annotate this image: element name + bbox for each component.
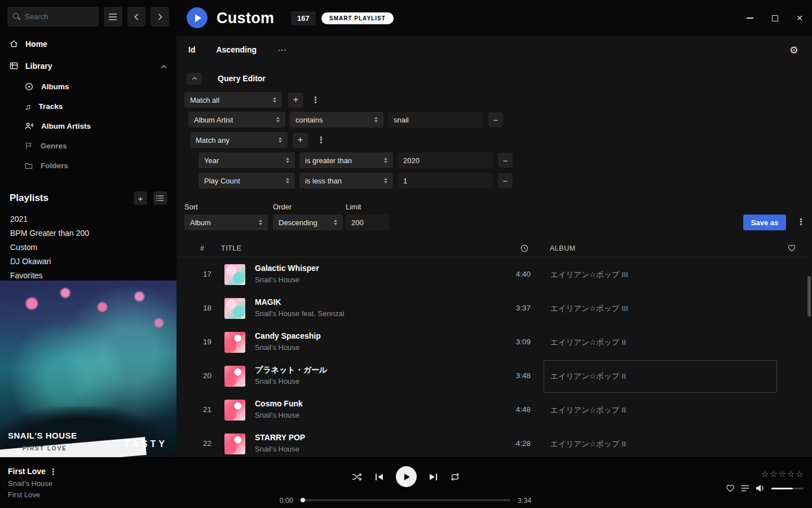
close-button[interactable]: ✕ (787, 0, 812, 36)
rule-operator-select[interactable]: contains (290, 112, 383, 128)
rule-operator-select[interactable]: is greater than (299, 152, 393, 168)
playlist-list-button[interactable] (153, 191, 167, 205)
collapse-library-button[interactable] (161, 62, 167, 71)
album-cell[interactable]: エイリアン☆ポップ II (544, 394, 777, 427)
next-button[interactable] (429, 473, 438, 481)
scrollbar-thumb[interactable] (807, 276, 811, 317)
sort-select[interactable]: Album (184, 214, 268, 230)
playlist-label: 2021 (10, 214, 28, 224)
rule-field-select[interactable]: Play Count (198, 173, 295, 189)
sort-direction-button[interactable]: Ascending (216, 45, 257, 54)
search-box[interactable] (7, 7, 99, 27)
star-icon[interactable]: ☆ (787, 469, 795, 479)
next-icon (429, 473, 438, 481)
track-title: Galactic Whisper (255, 264, 319, 273)
volume-slider[interactable] (771, 488, 804, 489)
sidebar-item-albums[interactable]: Albums (0, 77, 176, 97)
rule-field-select[interactable]: Album Artist (188, 112, 285, 128)
playlist-item[interactable]: BPM Greater than 200 (0, 226, 176, 240)
group-menu-icon[interactable]: ⋮ (310, 95, 321, 105)
nested-group-menu-icon[interactable]: ⋮ (315, 135, 327, 145)
sidebar-item-genres[interactable]: Genres (0, 136, 176, 156)
table-row[interactable]: 18 MAGIK Snail's House feat. Sennzai 3:3… (176, 292, 806, 326)
track-number: 21 (198, 405, 211, 414)
table-row[interactable]: 21 Cosmo Funk Snail's House 4:48 エイリアン☆ポ… (176, 393, 806, 427)
updown-arrows-icon (268, 97, 276, 103)
playlist-item[interactable]: 2021 (0, 212, 176, 226)
minimize-button[interactable] (738, 0, 762, 36)
match-mode-select[interactable]: Match all (184, 92, 282, 108)
star-icon[interactable]: ☆ (796, 469, 804, 479)
rule-value-input[interactable] (388, 112, 483, 128)
favorite-button[interactable] (726, 484, 735, 492)
playlist-item[interactable]: DJ Okawari (0, 254, 176, 268)
add-nested-rule-button[interactable]: + (293, 133, 308, 148)
star-icon[interactable]: ☆ (770, 469, 777, 479)
column-title[interactable]: TITLE (221, 244, 242, 252)
nested-match-mode-value: Match any (196, 136, 230, 144)
nested-match-mode-select[interactable]: Match any (190, 132, 288, 148)
add-rule-button[interactable]: + (288, 93, 303, 108)
rule-field-select[interactable]: Year (198, 152, 295, 168)
rule-value-input[interactable] (398, 152, 493, 168)
album-cell[interactable]: エイリアン☆ポップ III (544, 259, 777, 291)
table-row[interactable]: 17 Galactic Whisper Snail's House 4:40 エ… (176, 258, 806, 292)
now-playing-menu-icon[interactable]: ⋮ (47, 467, 59, 477)
column-index[interactable]: # (200, 244, 204, 252)
table-row[interactable]: 20 プラネット・ガール Snail's House 3:48 エイリアン☆ポッ… (176, 360, 806, 393)
menu-button[interactable] (104, 7, 122, 27)
volume-button[interactable] (756, 484, 765, 492)
sidebar-item-album-artists[interactable]: Album Artists (0, 116, 176, 136)
remove-rule-button[interactable]: − (498, 153, 513, 168)
column-favorite[interactable] (788, 244, 796, 253)
repeat-button[interactable] (450, 473, 460, 481)
playlist-item[interactable]: Custom (0, 240, 176, 254)
column-album[interactable]: ALBUM (550, 244, 576, 252)
more-options-icon[interactable]: ⋯ (277, 45, 287, 55)
now-playing-album-art: SNAIL'S HOUSE FIRST LOVE TASTY (0, 281, 176, 457)
seek-bar[interactable] (302, 499, 510, 501)
limit-input[interactable] (346, 214, 389, 230)
order-select[interactable]: Descending (273, 214, 343, 230)
remove-rule-button[interactable]: − (488, 112, 503, 127)
sidebar-item-tracks[interactable]: ♫ Tracks (0, 97, 176, 116)
previous-button[interactable] (375, 473, 383, 481)
play-pause-button[interactable] (396, 466, 417, 487)
rule-value-input[interactable] (398, 173, 493, 189)
track-number: 22 (198, 439, 211, 448)
table-row[interactable]: 19 Candy Spaceship Snail's House 3:09 エイ… (176, 326, 806, 360)
sidebar-item-folders[interactable]: Folders (0, 156, 176, 176)
folders-label: Folders (41, 161, 68, 170)
save-menu-icon[interactable]: ⋮ (795, 217, 807, 227)
search-input[interactable] (25, 12, 87, 21)
queue-button[interactable] (741, 485, 749, 492)
maximize-button[interactable] (762, 0, 787, 36)
shuffle-button[interactable] (352, 473, 363, 481)
add-playlist-button[interactable]: + (134, 191, 147, 205)
album-cell[interactable]: エイリアン☆ポップ II (544, 326, 777, 359)
album-cell[interactable]: エイリアン☆ポップ III (544, 292, 777, 325)
star-icon[interactable]: ☆ (761, 469, 769, 479)
album-cell-focused[interactable]: エイリアン☆ポップ II (544, 360, 777, 393)
rule-operator-select[interactable]: is less than (299, 173, 393, 189)
seek-knob[interactable] (301, 498, 305, 502)
updown-arrows-icon (254, 220, 262, 226)
star-icon[interactable]: ☆ (779, 469, 786, 479)
sidebar-item-home[interactable]: Home (0, 33, 176, 55)
save-as-button[interactable]: Save as (743, 214, 786, 230)
play-playlist-button[interactable] (187, 7, 208, 28)
album-cell[interactable]: エイリアン☆ポップ II (544, 428, 777, 457)
albums-label: Albums (41, 82, 69, 91)
track-duration: 4:40 (492, 270, 531, 278)
updown-arrows-icon (379, 157, 387, 164)
sort-field-button[interactable]: Id (188, 45, 195, 54)
settings-gear-icon[interactable]: ⚙ (789, 44, 798, 56)
forward-button[interactable] (151, 7, 169, 27)
remove-rule-button[interactable]: − (498, 173, 513, 188)
queue-icon (741, 485, 749, 492)
back-button[interactable] (127, 7, 146, 27)
collapse-query-editor-button[interactable] (187, 73, 202, 85)
table-row[interactable]: 22 STARRY POP Snail's House 4:28 エイリアン☆ポ… (176, 427, 806, 457)
column-duration[interactable] (520, 244, 528, 254)
sidebar-item-library[interactable]: Library (0, 55, 176, 77)
